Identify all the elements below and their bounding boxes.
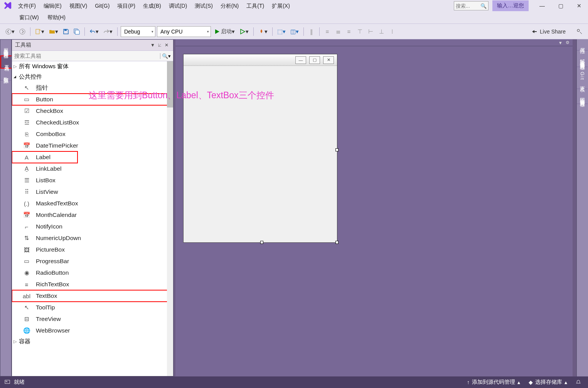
config-dropdown[interactable]: Debug▾	[121, 26, 155, 37]
menu-帮助(H)[interactable]: 帮助(H)	[44, 13, 69, 22]
align-middle-button[interactable]: ⊢	[366, 26, 375, 37]
tab-team-explorer[interactable]: 团队资源管理器	[577, 89, 588, 104]
toolbox-item-progressbar[interactable]: ▭ProgressBar	[12, 255, 173, 267]
align-bottom-button[interactable]: ⊥	[377, 26, 386, 37]
tab-data-sources[interactable]: 数据源	[0, 69, 11, 81]
menu-文件(F)[interactable]: 文件(F)	[14, 2, 40, 10]
toolbox-item-treeview[interactable]: ⊟TreeView	[12, 313, 173, 325]
resize-handle-se[interactable]	[335, 241, 339, 244]
toolbox-item-checkbox[interactable]: ☑CheckBox	[12, 105, 173, 117]
notifications-icon[interactable]	[573, 380, 583, 385]
menu-工具(T)[interactable]: 工具(T)	[243, 2, 268, 10]
button-icon: ▭	[23, 96, 30, 103]
toolbox-tree[interactable]: 所有 Windows 窗体公共控件↖指针▭Button☑CheckBox☲Che…	[12, 61, 173, 376]
group-公共控件[interactable]: 公共控件	[12, 72, 173, 82]
new-file-button[interactable]: ▾	[34, 26, 46, 37]
repo-select-button[interactable]: ◆ 选择存储库 ▴	[526, 379, 569, 386]
feedback-button[interactable]	[575, 26, 584, 37]
menu-Git(G)[interactable]: Git(G)	[91, 2, 113, 10]
welcome-banner[interactable]: 输入…迎您	[492, 0, 529, 11]
toolbox-item-richtextbox[interactable]: ≡RichTextBox	[12, 279, 173, 290]
pin-icon[interactable]: ⟀	[156, 42, 163, 48]
toolbox-item-checkedlistbox[interactable]: ☲CheckedListBox	[12, 117, 173, 128]
align-center-button[interactable]: ≣	[334, 26, 343, 37]
toolbox-item-webbrowser[interactable]: 🌐WebBrowser	[12, 325, 173, 336]
menu-窗口(W)[interactable]: 窗口(W)	[15, 13, 43, 22]
undo-button[interactable]: ▾	[88, 26, 100, 37]
resize-handle-e[interactable]	[335, 148, 339, 151]
nav-fwd-button[interactable]	[18, 26, 27, 37]
toolbox-item-textbox[interactable]: ablTextBox	[12, 290, 173, 302]
panel-dropdown-icon[interactable]: ▼	[149, 42, 156, 48]
tab-toolbox[interactable]: 工具箱	[0, 55, 13, 69]
search-icon[interactable]: 🔍▾	[160, 53, 171, 59]
toolbox-item-listbox[interactable]: ☰ListBox	[12, 175, 173, 186]
align-right-button[interactable]: ≡	[344, 26, 354, 37]
toolbox-item-radiobutton[interactable]: ◉RadioButton	[12, 267, 173, 279]
group-容器[interactable]: 容器	[12, 336, 173, 347]
group-所有 Windows 窗体[interactable]: 所有 Windows 窗体	[12, 61, 173, 72]
gear-icon[interactable]: ⚙	[566, 40, 569, 45]
menu-视图(V)[interactable]: 视图(V)	[66, 2, 91, 10]
menu-项目(P)[interactable]: 项目(P)	[113, 2, 139, 10]
form-maximize-icon[interactable]: ▢	[309, 56, 320, 64]
start-nobuild-button[interactable]: ▾	[238, 26, 250, 37]
toolbox-item-datetimepicker[interactable]: 📅DateTimePicker	[12, 140, 173, 151]
menu-分析(N)[interactable]: 分析(N)	[217, 2, 243, 10]
menu-测试(S)[interactable]: 测试(S)	[191, 2, 217, 10]
menu-编辑(E)[interactable]: 编辑(E)	[40, 2, 66, 10]
designer-surface[interactable]: ▼ ⚙ — ▢ ✕ 这里需要用到Button、Label、TextBox三个控件	[175, 39, 573, 376]
toolbox-item-combobox[interactable]: ⎘ComboBox	[12, 128, 173, 140]
browser-button[interactable]: ⬚▾	[276, 26, 287, 37]
close-icon[interactable]: ✕	[163, 42, 170, 48]
search-icon[interactable]: 🔍	[480, 3, 487, 9]
save-button[interactable]	[61, 26, 71, 37]
close-button[interactable]: ✕	[570, 0, 588, 11]
search-input[interactable]	[456, 3, 479, 9]
nav-back-button[interactable]: ▾	[4, 26, 16, 37]
toolbox-item-notifyicon[interactable]: ⌐NotifyIcon	[12, 221, 173, 232]
browser2-button[interactable]: ◫▾	[289, 26, 300, 37]
resize-handle-s[interactable]	[260, 241, 263, 244]
form-close-icon[interactable]: ✕	[323, 56, 334, 64]
start-button[interactable]: 启动 ▾	[212, 26, 236, 37]
form-minimize-icon[interactable]: —	[295, 56, 306, 64]
toolbox-search[interactable]: 🔍▾	[12, 50, 173, 61]
align-top-button[interactable]: ⊤	[355, 26, 364, 37]
toolbox-item-monthcalendar[interactable]: 📅MonthCalendar	[12, 209, 173, 221]
tab-git-changes[interactable]: Git 更改	[577, 67, 588, 89]
form-designer[interactable]: — ▢ ✕	[183, 54, 337, 243]
tab-dropdown-icon[interactable]: ▼	[558, 40, 563, 45]
toolbox-item-tooltip[interactable]: ↖ToolTip	[12, 302, 173, 313]
global-search[interactable]: 🔍	[454, 1, 489, 10]
scrollbar[interactable]	[167, 61, 173, 376]
platform-dropdown[interactable]: Any CPU▾	[157, 26, 211, 37]
save-all-button[interactable]	[72, 26, 81, 37]
hot-reload-button[interactable]: ▾	[257, 26, 269, 37]
toolbox-item-numericupdown[interactable]: ⇅NumericUpDown	[12, 232, 173, 244]
toolbox-item-maskedtextbox[interactable]: (.)MaskedTextBox	[12, 198, 173, 209]
toolbox-item-label[interactable]: ALabel	[12, 151, 78, 163]
hline-icon[interactable]: ‖	[307, 26, 316, 37]
menu-扩展(X)[interactable]: 扩展(X)	[268, 2, 294, 10]
menu-生成(B)[interactable]: 生成(B)	[139, 2, 165, 10]
open-file-button[interactable]: ▾	[47, 26, 60, 37]
toolbox-item-picturebox[interactable]: 🖼PictureBox	[12, 244, 173, 255]
maximize-button[interactable]: ▢	[552, 0, 569, 11]
overflow-button[interactable]: ⁞	[388, 26, 397, 37]
tab-server-explorer[interactable]: 服务器资源管理器	[0, 40, 11, 55]
toolbox-search-input[interactable]	[14, 53, 160, 59]
minimize-button[interactable]: —	[533, 0, 551, 11]
item-label: ProgressBar	[36, 258, 69, 265]
redo-button[interactable]: ▾	[102, 26, 114, 37]
combobox-icon: ⎘	[23, 130, 30, 138]
output-icon[interactable]	[5, 379, 10, 386]
live-share-button[interactable]: Live Share	[528, 29, 569, 35]
tab-solution-explorer[interactable]: 解决方案资源管理器	[577, 50, 588, 67]
source-control-button[interactable]: ↑ 添加到源代码管理 ▴	[465, 379, 522, 386]
tab-properties[interactable]: 属性	[577, 39, 588, 50]
align-left-button[interactable]: ≡	[323, 26, 332, 37]
menu-调试(D)[interactable]: 调试(D)	[165, 2, 191, 10]
toolbox-item-linklabel[interactable]: A̱LinkLabel	[12, 163, 173, 175]
toolbox-item-listview[interactable]: ⠿ListView	[12, 186, 173, 198]
